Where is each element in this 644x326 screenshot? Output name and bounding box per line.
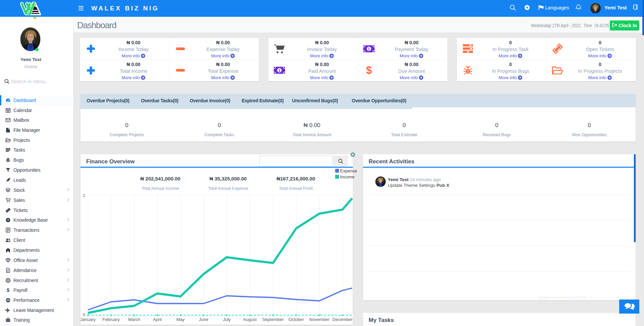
svg-text:1: 1 <box>83 193 85 198</box>
svg-text:December: December <box>332 317 353 322</box>
svg-text:November: November <box>309 317 330 322</box>
svg-text:March: March <box>128 317 140 322</box>
svg-text:April: April <box>153 317 162 322</box>
svg-text:1: 1 <box>278 68 281 72</box>
svg-text:May: May <box>176 317 185 322</box>
svg-text:June: June <box>199 317 208 322</box>
svg-text:August: August <box>243 317 257 322</box>
svg-text:?: ? <box>7 218 9 222</box>
svg-text:$: $ <box>7 287 9 293</box>
svg-text:July: July <box>223 317 231 322</box>
svg-text:February: February <box>102 317 120 322</box>
svg-text:1: 1 <box>368 47 370 51</box>
svg-text:January: January <box>80 317 96 322</box>
svg-text:0: 0 <box>83 312 85 317</box>
svg-text:September: September <box>262 317 284 322</box>
svg-text:October: October <box>288 317 304 322</box>
